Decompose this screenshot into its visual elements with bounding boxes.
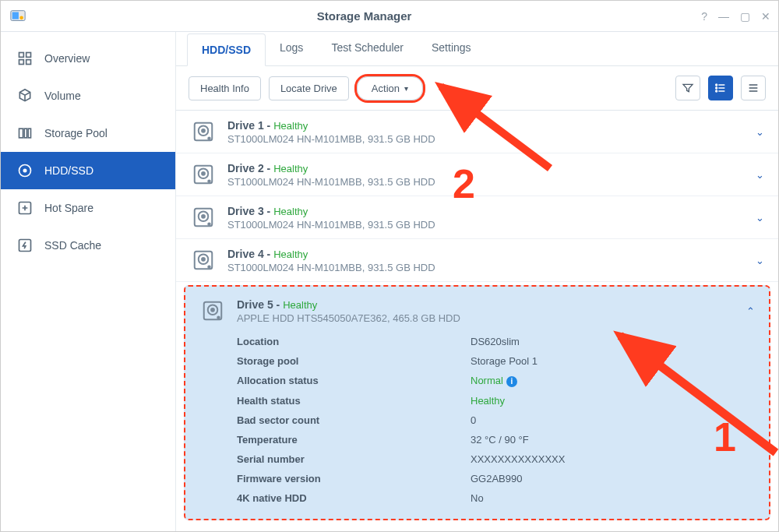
detail-key: Bad sector count xyxy=(237,414,471,426)
drive-row[interactable]: Drive 1 - Healthy ST1000LM024 HN-M101MBB… xyxy=(176,111,778,153)
svg-point-19 xyxy=(202,129,205,132)
hdd-icon xyxy=(16,162,33,179)
app-icon xyxy=(9,7,27,26)
sidebar-item-label: SSD Cache xyxy=(44,239,101,252)
svg-rect-5 xyxy=(19,60,24,65)
chevron-down-icon: ⌄ xyxy=(756,126,764,138)
tabs: HDD/SSD Logs Test Scheduler Settings xyxy=(176,32,778,66)
view-list-button[interactable] xyxy=(708,76,733,100)
svg-point-14 xyxy=(716,84,717,86)
svg-rect-4 xyxy=(26,53,31,58)
chevron-down-icon: ▾ xyxy=(404,84,408,93)
list-view-icon xyxy=(714,82,727,94)
sidebar-item-storage-pool[interactable]: Storage Pool xyxy=(1,115,175,152)
drive-status: Healthy xyxy=(273,248,308,260)
main-panel: HDD/SSD Logs Test Scheduler Settings Hea… xyxy=(176,32,778,532)
chevron-down-icon: ⌄ xyxy=(756,255,764,266)
chevron-down-icon: ⌄ xyxy=(756,212,764,224)
drive-row[interactable]: Drive 5 - Healthy APPLE HDD HTS545050A7E… xyxy=(192,293,763,332)
svg-rect-1 xyxy=(12,12,19,19)
window-controls: ? — ▢ ✕ xyxy=(701,10,770,23)
drive-icon xyxy=(190,247,217,273)
svg-rect-9 xyxy=(28,129,30,138)
filter-icon xyxy=(682,82,694,94)
close-icon[interactable]: ✕ xyxy=(761,10,770,23)
sidebar-item-label: HDD/SSD xyxy=(44,164,93,177)
drive-desc: ST1000LM024 HN-M101MBB, 931.5 GB HDD xyxy=(227,176,745,188)
drive-name: Drive 4 xyxy=(227,248,264,260)
svg-point-24 xyxy=(208,181,210,183)
filter-button[interactable] xyxy=(675,76,700,100)
toolbar: Health Info Locate Drive Action ▾ xyxy=(176,66,778,111)
detail-value: XXXXXXXXXXXXXX xyxy=(471,453,565,465)
svg-point-15 xyxy=(716,87,717,89)
tab-logs[interactable]: Logs xyxy=(266,32,317,65)
drive-icon xyxy=(199,298,226,324)
drive-name: Drive 2 xyxy=(227,162,264,174)
drive-name: Drive 1 xyxy=(227,119,264,132)
drive-status: Healthy xyxy=(283,299,317,311)
drive-row[interactable]: Drive 3 - Healthy ST1000LM024 HN-M101MBB… xyxy=(176,196,778,239)
detail-key: Firmware version xyxy=(237,473,471,484)
svg-point-20 xyxy=(208,138,210,140)
detail-value: 32 °C / 90 °F xyxy=(471,434,529,446)
drive-status: Healthy xyxy=(273,120,308,132)
detail-key: Location xyxy=(237,336,471,347)
svg-point-11 xyxy=(23,169,26,171)
sidebar-item-label: Volume xyxy=(44,90,81,102)
svg-rect-3 xyxy=(19,53,24,58)
drive-name: Drive 5 xyxy=(237,298,273,311)
drive-desc: ST1000LM024 HN-M101MBB, 931.5 GB HDD xyxy=(227,219,745,231)
view-compact-button[interactable] xyxy=(741,76,766,100)
overview-icon xyxy=(16,50,33,67)
svg-point-23 xyxy=(202,172,205,175)
detail-key: Temperature xyxy=(237,434,471,446)
sidebar-item-ssd-cache[interactable]: SSD Cache xyxy=(1,227,175,264)
svg-point-31 xyxy=(202,258,205,261)
detail-value: Storage Pool 1 xyxy=(471,355,538,367)
maximize-icon[interactable]: ▢ xyxy=(740,10,750,23)
sidebar-item-label: Storage Pool xyxy=(44,127,108,139)
detail-value: GG2AB990 xyxy=(471,473,523,484)
drive-status: Healthy xyxy=(273,206,308,217)
chevron-up-icon: ⌃ xyxy=(746,305,755,317)
drive-row[interactable]: Drive 6 - Healthy Seagate ST1000LM048-2E… xyxy=(176,523,778,533)
titlebar: Storage Manager ? — ▢ ✕ xyxy=(1,1,778,32)
sidebar-item-hot-spare[interactable]: Hot Spare xyxy=(1,189,175,227)
drive-row[interactable]: Drive 4 - Healthy ST1000LM024 HN-M101MBB… xyxy=(176,239,778,282)
svg-point-28 xyxy=(208,224,210,226)
storage-pool-icon xyxy=(16,125,33,142)
svg-point-2 xyxy=(19,16,23,19)
info-icon[interactable]: i xyxy=(506,376,517,387)
action-button[interactable]: Action ▾ xyxy=(357,76,423,100)
drive-desc: ST1000LM024 HN-M101MBB, 931.5 GB HDD xyxy=(227,262,745,273)
window-title: Storage Manager xyxy=(27,9,701,23)
sidebar-item-label: Hot Spare xyxy=(44,202,93,214)
sidebar-item-volume[interactable]: Volume xyxy=(1,77,175,115)
drive-list: Drive 1 - Healthy ST1000LM024 HN-M101MBB… xyxy=(176,111,778,532)
drive-name: Drive 3 xyxy=(227,205,264,217)
detail-key: 4K native HDD xyxy=(237,492,471,504)
sidebar-item-hdd-ssd[interactable]: HDD/SSD xyxy=(1,152,175,189)
drive-row-expanded: Drive 5 - Healthy APPLE HDD HTS545050A7E… xyxy=(184,285,770,520)
detail-key: Allocation status xyxy=(237,375,471,387)
help-icon[interactable]: ? xyxy=(701,10,707,23)
tab-test-scheduler[interactable]: Test Scheduler xyxy=(317,32,418,65)
health-info-button[interactable]: Health Info xyxy=(189,76,261,100)
detail-key: Storage pool xyxy=(237,355,471,367)
tab-settings[interactable]: Settings xyxy=(418,32,485,65)
detail-value: No xyxy=(471,492,484,504)
detail-key: Health status xyxy=(237,395,471,407)
tab-hdd-ssd[interactable]: HDD/SSD xyxy=(187,33,266,66)
hot-spare-icon xyxy=(16,199,33,217)
minimize-icon[interactable]: — xyxy=(718,10,729,23)
compact-view-icon xyxy=(747,82,760,94)
drive-row[interactable]: Drive 2 - Healthy ST1000LM024 HN-M101MBB… xyxy=(176,153,778,196)
locate-drive-button[interactable]: Locate Drive xyxy=(269,76,349,100)
sidebar-item-overview[interactable]: Overview xyxy=(1,40,175,77)
detail-value: Normali xyxy=(471,375,517,387)
detail-value: DS620slim xyxy=(471,336,520,347)
drive-status: Healthy xyxy=(273,163,308,174)
svg-rect-8 xyxy=(24,129,26,138)
svg-point-36 xyxy=(217,317,220,319)
